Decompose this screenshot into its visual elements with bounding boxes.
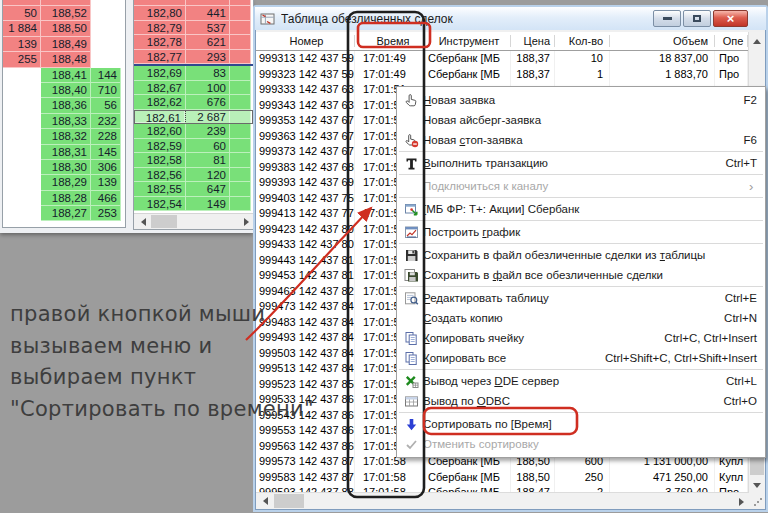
book-bid-row[interactable]: 188,32228	[3, 129, 125, 144]
menu-item[interactable]: Новая айсберг-заявка	[397, 110, 765, 130]
menu-item[interactable]: Вывод по ODBCCtrl+O	[397, 391, 765, 411]
scroll-down-button[interactable]	[749, 477, 765, 493]
book-bid-row[interactable]: 182,62676	[134, 95, 253, 110]
scrollbar-thumb[interactable]	[274, 494, 304, 508]
menu-item-label: Копировать ячейку	[423, 332, 650, 344]
menu-item[interactable]: Вывод через DDE серверCtrl+L	[397, 371, 765, 391]
bid-price: 182,58	[134, 153, 186, 168]
book-bid-row[interactable]: 188,27253	[3, 206, 125, 221]
bid-price: 188,28	[41, 191, 91, 206]
book-bid-row[interactable]: 188,41144	[3, 68, 125, 83]
book-bid-row-selected[interactable]: 182,612 687	[134, 110, 253, 125]
menu-item[interactable]: Новая стоп-заявкаF6	[397, 130, 765, 150]
book-bid-row[interactable]: 182,67100	[134, 81, 253, 96]
table-row[interactable]: 999313 142 437 59117:01:49Сбербанк [МБ18…	[256, 51, 765, 67]
menu-item[interactable]: Сортировать по [Время]	[397, 414, 765, 434]
menu-item-label: Новая айсберг-заявка	[423, 114, 743, 126]
bid-price: 188,36	[41, 98, 91, 113]
column-header-1[interactable]: Время	[355, 35, 424, 47]
column-header-0[interactable]: Номер	[256, 35, 355, 47]
cell-num: 999563 142 437 869	[256, 439, 355, 455]
menu-item-label: Вывод по ODBC	[423, 395, 709, 407]
ask-price: 182,77	[134, 50, 186, 65]
menu-item[interactable]: [МБ ФР: Т+: Акции] Сбербанк	[397, 199, 765, 219]
menu-item[interactable]: Создать копиюCtrl+N	[397, 308, 765, 328]
book-ask-row[interactable]: 182,79537	[134, 21, 253, 36]
scrollbar-thumb[interactable]	[151, 215, 177, 228]
book-bid-row[interactable]: 182,56120	[134, 168, 253, 183]
menu-item-label: Сохранить в файл обезличенные сделки из …	[423, 249, 743, 261]
book-bid-row[interactable]: 188,40710	[3, 83, 125, 98]
book-bid-row[interactable]: 188,28466	[3, 191, 125, 206]
cell-time: 17:01:49	[355, 51, 424, 67]
book-bid-row[interactable]: 182,6983	[134, 66, 253, 81]
scroll-right-button[interactable]	[733, 494, 749, 509]
ask-price: 188,48	[41, 52, 91, 67]
book-ask-row[interactable]: 50188,52	[3, 6, 125, 21]
book-bid-row[interactable]: 182,55647	[134, 182, 253, 197]
menu-item[interactable]: Копировать всеCtrl+Shift+C, Ctrl+Shift+I…	[397, 348, 765, 368]
book-bid-row[interactable]: 188,29139	[3, 175, 125, 190]
menu-separator	[399, 174, 763, 175]
horizontal-scrollbar[interactable]	[256, 492, 749, 509]
scroll-up-button[interactable]	[749, 32, 765, 48]
table-row[interactable]: 999323 142 437 59217:01:49Сбербанк [МБ18…	[256, 67, 765, 83]
minimize-icon	[663, 17, 672, 20]
menu-item[interactable]: Новая заявкаF2	[397, 90, 765, 110]
menu-item[interactable]: Сохранить в файл обезличенные сделки из …	[397, 245, 765, 265]
book-bid-row[interactable]: 182,60239	[134, 124, 253, 139]
titlebar[interactable]: Таблица обезличенных сделок ×	[255, 7, 766, 30]
table-row[interactable]: 999583 142 437 87117:01:58Сбербанк [МБ18…	[256, 470, 765, 486]
book-ask-row[interactable]: 1 884188,50	[3, 21, 125, 36]
window-icon	[260, 12, 276, 26]
instrument-window-icon	[400, 202, 423, 217]
book-bid-row[interactable]: 182,5881	[134, 153, 253, 168]
scroll-right-button[interactable]	[238, 214, 253, 229]
book-ask-row[interactable]: 182,77293	[134, 50, 253, 65]
cell-op: Купл	[715, 470, 748, 486]
bid-price: 182,69	[134, 66, 186, 81]
cell-vol: 18 837,00	[610, 51, 715, 67]
close-button[interactable]: ×	[713, 10, 748, 27]
book-ask-row[interactable]: 255188,48	[3, 52, 125, 67]
menu-item-shortcut: F6	[744, 134, 757, 146]
bid-price: 182,54	[134, 197, 186, 212]
copy-icon	[400, 351, 423, 366]
cell-instr: Сбербанк [МБ	[424, 67, 511, 83]
book-ask-row[interactable]: 182,78621	[134, 35, 253, 50]
resize-grip[interactable]	[749, 493, 765, 509]
column-header-4[interactable]: Кол-во	[555, 35, 610, 47]
menu-item[interactable]: Выполнить транзакциюCtrl+T	[397, 153, 765, 173]
book-bid-row[interactable]: 188,31145	[3, 145, 125, 160]
bid-volume: 466	[91, 191, 121, 206]
bid-volume: 306	[91, 160, 121, 175]
book-bid-row[interactable]: 182,54149	[134, 197, 253, 212]
cell-num: 999323 142 437 592	[256, 67, 355, 83]
cell-vol: 1 883,70	[610, 67, 715, 83]
column-header-2[interactable]: Инструмент	[424, 35, 511, 47]
bid-volume: 253	[91, 206, 121, 221]
menu-item[interactable]: Сохранить в файл все обезличенные сделки	[397, 265, 765, 285]
scroll-left-button[interactable]	[256, 493, 272, 509]
column-header-6[interactable]: Опе	[715, 35, 748, 47]
menu-item[interactable]: Редактировать таблицуCtrl+E	[397, 288, 765, 308]
book-ask-row[interactable]: 182,80441	[134, 6, 253, 21]
cell-op: Про	[715, 51, 748, 67]
menu-item[interactable]: Построить график	[397, 222, 765, 242]
scroll-left-button[interactable]	[134, 214, 149, 229]
book-bid-row[interactable]: 182,5960	[134, 139, 253, 154]
book-bid-row[interactable]: 188,33232	[3, 114, 125, 129]
maximize-button[interactable]	[683, 10, 711, 27]
order-book-2-hscrollbar[interactable]	[134, 213, 253, 229]
edit-table-icon	[400, 291, 423, 306]
bid-volume: 676	[186, 95, 230, 110]
cell-num: 999333 142 437 632	[256, 82, 355, 98]
book-bid-row[interactable]: 188,3656	[3, 98, 125, 113]
book-ask-row[interactable]: 139188,49	[3, 37, 125, 52]
cell-price: 188,37	[511, 67, 555, 83]
book-bid-row[interactable]: 188,30306	[3, 160, 125, 175]
column-header-3[interactable]: Цена	[511, 35, 555, 47]
menu-item[interactable]: Копировать ячейкуCtrl+C, Ctrl+Insert	[397, 328, 765, 348]
column-header-5[interactable]: Объем	[610, 35, 715, 47]
minimize-button[interactable]	[653, 10, 681, 27]
